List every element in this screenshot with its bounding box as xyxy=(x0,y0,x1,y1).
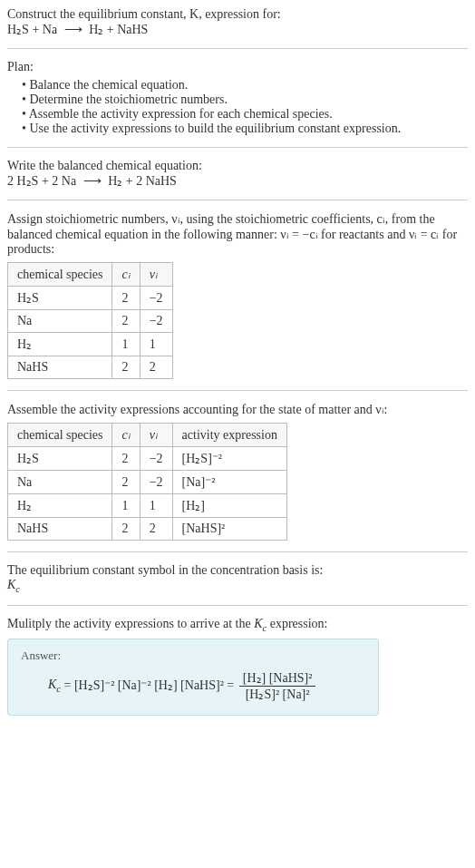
ci-label: cᵢ xyxy=(121,268,130,281)
prompt-section: Construct the equilibrium constant, K, e… xyxy=(7,7,468,37)
vi-label: νᵢ xyxy=(150,428,158,442)
table-header-row: chemical species cᵢ νᵢ xyxy=(8,263,173,287)
cell-species: H₂S xyxy=(8,287,112,310)
symbol-section: The equilibrium constant symbol in the c… xyxy=(7,563,468,594)
cell-ci: 2 xyxy=(112,471,140,494)
cell-vi: 2 xyxy=(140,518,172,541)
arrow-icon: ⟶ xyxy=(61,23,86,36)
divider xyxy=(7,605,468,606)
prompt-line1: Construct the equilibrium constant, K, e… xyxy=(7,7,468,22)
stoich-table: chemical species cᵢ νᵢ H₂S 2 −2 Na 2 −2 … xyxy=(7,262,173,379)
col-vi: νᵢ xyxy=(140,263,172,287)
col-vi: νᵢ xyxy=(140,424,172,447)
prompt-eq-left: H₂S + Na xyxy=(7,23,57,36)
cell-activity: [H₂S]⁻² xyxy=(172,447,286,471)
plan-list: Balance the chemical equation. Determine… xyxy=(7,78,468,136)
divider xyxy=(7,390,468,391)
answer-label: Answer: xyxy=(21,649,365,663)
stoich-section: Assign stoichiometric numbers, νᵢ, using… xyxy=(7,211,468,379)
cell-species: NaHS xyxy=(8,518,112,541)
cell-ci: 1 xyxy=(112,494,140,518)
balanced-eq-right: H₂ + 2 NaHS xyxy=(108,174,177,188)
balanced-intro: Write the balanced chemical equation: xyxy=(7,159,468,173)
balanced-equation: 2 H₂S + 2 Na ⟶ H₂ + 2 NaHS xyxy=(7,173,468,189)
divider xyxy=(7,147,468,148)
cell-ci: 1 xyxy=(112,333,140,356)
cell-ci: 2 xyxy=(112,447,140,471)
col-ci: cᵢ xyxy=(112,424,140,447)
table-row: H₂S 2 −2 [H₂S]⁻² xyxy=(8,447,287,471)
multiply-text: Mulitply the activity expressions to arr… xyxy=(7,617,327,630)
col-ci: cᵢ xyxy=(112,263,140,287)
vi-label: νᵢ xyxy=(150,268,158,281)
cell-ci: 2 xyxy=(112,518,140,541)
plan-item: Balance the chemical equation. xyxy=(22,78,468,93)
cell-activity: [H₂] xyxy=(172,494,286,518)
multiply-intro: Mulitply the activity expressions to arr… xyxy=(7,617,468,633)
col-species: chemical species xyxy=(8,263,112,287)
cell-activity: [NaHS]² xyxy=(172,518,286,541)
answer-box: Answer: Kc = [H₂S]⁻² [Na]⁻² [H₂] [NaHS]²… xyxy=(7,639,379,716)
activity-table: chemical species cᵢ νᵢ activity expressi… xyxy=(7,423,287,541)
symbol-line1: The equilibrium constant symbol in the c… xyxy=(7,563,468,578)
cell-species: NaHS xyxy=(8,356,112,379)
stoich-intro: Assign stoichiometric numbers, νᵢ, using… xyxy=(7,211,468,257)
balanced-eq-left: 2 H₂S + 2 Na xyxy=(7,174,76,188)
ci-label: cᵢ xyxy=(121,428,130,442)
cell-activity: [Na]⁻² xyxy=(172,471,286,494)
plan-item: Use the activity expressions to build th… xyxy=(22,122,468,136)
cell-vi: −2 xyxy=(140,310,172,333)
arrow-icon: ⟶ xyxy=(80,174,105,188)
multiply-section: Mulitply the activity expressions to arr… xyxy=(7,617,468,716)
col-activity: activity expression xyxy=(172,424,286,447)
cell-species: H₂ xyxy=(8,494,112,518)
plan-item: Assemble the activity expression for eac… xyxy=(22,107,468,122)
cell-ci: 2 xyxy=(112,287,140,310)
table-row: NaHS 2 2 [NaHS]² xyxy=(8,518,287,541)
cell-species: Na xyxy=(8,471,112,494)
prompt-equation: H₂S + Na ⟶ H₂ + NaHS xyxy=(7,22,468,37)
divider xyxy=(7,200,468,200)
cell-species: H₂ xyxy=(8,333,112,356)
cell-vi: −2 xyxy=(140,447,172,471)
table-row: Na 2 −2 [Na]⁻² xyxy=(8,471,287,494)
plan-title: Plan: xyxy=(7,60,468,74)
table-row: H₂ 1 1 [H₂] xyxy=(8,494,287,518)
cell-vi: −2 xyxy=(140,471,172,494)
cell-species: Na xyxy=(8,310,112,333)
balanced-section: Write the balanced chemical equation: 2 … xyxy=(7,159,468,189)
divider xyxy=(7,551,468,552)
plan-section: Plan: Balance the chemical equation. Det… xyxy=(7,60,468,136)
activity-intro: Assemble the activity expressions accoun… xyxy=(7,402,468,417)
cell-species: H₂S xyxy=(8,447,112,471)
kc-symbol: Kc xyxy=(48,678,61,691)
cell-vi: 1 xyxy=(140,333,172,356)
table-row: NaHS 2 2 xyxy=(8,356,173,379)
table-row: H₂S 2 −2 xyxy=(8,287,173,310)
cell-vi: −2 xyxy=(140,287,172,310)
activity-section: Assemble the activity expressions accoun… xyxy=(7,402,468,541)
answer-rhs1: = [H₂S]⁻² [Na]⁻² [H₂] [NaHS]² = xyxy=(64,678,235,691)
fraction-denominator: [H₂S]² [Na]² xyxy=(239,687,316,702)
prompt-eq-right: H₂ + NaHS xyxy=(89,23,148,36)
cell-ci: 2 xyxy=(112,356,140,379)
answer-expression: Kc = [H₂S]⁻² [Na]⁻² [H₂] [NaHS]² = [H₂] … xyxy=(48,670,365,702)
cell-ci: 2 xyxy=(112,310,140,333)
col-species: chemical species xyxy=(8,424,112,447)
fraction-numerator: [H₂] [NaHS]² xyxy=(239,670,316,687)
table-row: H₂ 1 1 xyxy=(8,333,173,356)
table-header-row: chemical species cᵢ νᵢ activity expressi… xyxy=(8,424,287,447)
cell-vi: 2 xyxy=(140,356,172,379)
table-row: Na 2 −2 xyxy=(8,310,173,333)
answer-fraction: [H₂] [NaHS]² [H₂S]² [Na]² xyxy=(239,670,316,702)
symbol-kc: Kc xyxy=(7,578,468,594)
plan-item: Determine the stoichiometric numbers. xyxy=(22,93,468,107)
divider xyxy=(7,48,468,49)
cell-vi: 1 xyxy=(140,494,172,518)
